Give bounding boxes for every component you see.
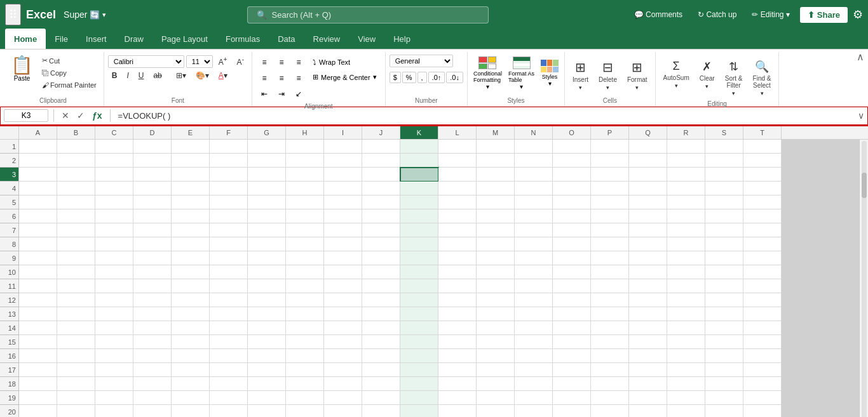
cell-G1[interactable] [248, 140, 286, 154]
cell-Q4[interactable] [629, 182, 667, 195]
cell-E19[interactable] [172, 391, 210, 405]
text-direction-button[interactable]: ↙ [290, 86, 307, 102]
cell-M13[interactable] [477, 307, 515, 321]
cell-A4[interactable] [19, 182, 57, 195]
cell-E16[interactable] [172, 349, 210, 363]
cell-C3[interactable] [95, 168, 133, 182]
cell-B8[interactable] [57, 237, 95, 251]
decrease-indent-button[interactable]: ⇤ [256, 86, 273, 102]
cell-P8[interactable] [591, 237, 629, 251]
col-header-k[interactable]: K [400, 126, 438, 139]
v-scroll-thumb[interactable] [862, 173, 867, 198]
cell-D16[interactable] [133, 349, 172, 363]
cell-B13[interactable] [57, 307, 95, 321]
cell-B1[interactable] [57, 140, 95, 154]
cell-H16[interactable] [286, 349, 324, 363]
cell-C8[interactable] [95, 237, 133, 251]
cell-M11[interactable] [477, 279, 515, 293]
cell-A18[interactable] [19, 377, 57, 391]
cell-Q15[interactable] [629, 335, 667, 349]
cell-Q20[interactable] [629, 405, 667, 417]
cell-E17[interactable] [172, 363, 210, 377]
cell-K10[interactable] [400, 265, 438, 279]
cell-B20[interactable] [57, 405, 95, 417]
formula-expand-button[interactable]: ∨ [858, 110, 864, 121]
cell-J9[interactable] [362, 251, 400, 265]
cell-I2[interactable] [324, 154, 362, 168]
col-header-o[interactable]: O [553, 126, 591, 139]
number-format-select[interactable]: General [390, 55, 453, 67]
cell-P6[interactable] [591, 209, 629, 223]
cell-I19[interactable] [324, 391, 362, 405]
cell-F11[interactable] [210, 279, 248, 293]
cell-P1[interactable] [591, 140, 629, 154]
cell-I14[interactable] [324, 321, 362, 335]
cell-P14[interactable] [591, 321, 629, 335]
align-middle-left-button[interactable]: ≡ [256, 70, 273, 86]
cell-A15[interactable] [19, 335, 57, 349]
cell-L13[interactable] [438, 307, 477, 321]
catch-up-button[interactable]: ↻ Catch up [693, 8, 742, 22]
cell-O19[interactable] [553, 391, 591, 405]
cell-B17[interactable] [57, 363, 95, 377]
cell-T16[interactable] [743, 349, 782, 363]
cell-J1[interactable] [362, 140, 400, 154]
decrease-decimal-button[interactable]: .0↓ [446, 72, 463, 83]
cell-T20[interactable] [743, 405, 782, 417]
cell-A1[interactable] [19, 140, 57, 154]
cell-I12[interactable] [324, 293, 362, 307]
cell-P11[interactable] [591, 279, 629, 293]
cell-C6[interactable] [95, 209, 133, 223]
cell-L7[interactable] [438, 223, 477, 237]
cell-A12[interactable] [19, 293, 57, 307]
cell-H15[interactable] [286, 335, 324, 349]
cell-P4[interactable] [591, 182, 629, 195]
cell-N12[interactable] [515, 293, 553, 307]
cell-K17[interactable] [400, 363, 438, 377]
conditional-formatting-button[interactable]: ConditionalFormatting ▾ [471, 55, 504, 92]
settings-icon[interactable]: ⚙ [853, 8, 863, 22]
cell-S20[interactable] [705, 405, 743, 417]
cell-R12[interactable] [667, 293, 705, 307]
cell-K13[interactable] [400, 307, 438, 321]
cell-C13[interactable] [95, 307, 133, 321]
cell-J15[interactable] [362, 335, 400, 349]
cell-F20[interactable] [210, 405, 248, 417]
increase-indent-button[interactable]: ⇥ [273, 86, 290, 102]
row-header-8[interactable]: 8 [0, 237, 19, 251]
cell-G16[interactable] [248, 349, 286, 363]
cell-T13[interactable] [743, 307, 782, 321]
cell-K5[interactable] [400, 195, 438, 209]
cell-G13[interactable] [248, 307, 286, 321]
cell-R20[interactable] [667, 405, 705, 417]
cell-I15[interactable] [324, 335, 362, 349]
cell-Q5[interactable] [629, 195, 667, 209]
merge-center-button[interactable]: ⊞ Merge & Center ▾ [308, 70, 381, 84]
row-header-15[interactable]: 15 [0, 335, 19, 349]
cell-L14[interactable] [438, 321, 477, 335]
increase-decimal-button[interactable]: .0↑ [428, 72, 445, 83]
cell-M17[interactable] [477, 363, 515, 377]
cell-I18[interactable] [324, 377, 362, 391]
row-header-11[interactable]: 11 [0, 279, 19, 293]
cell-I13[interactable] [324, 307, 362, 321]
cell-C14[interactable] [95, 321, 133, 335]
cell-O16[interactable] [553, 349, 591, 363]
cell-S16[interactable] [705, 349, 743, 363]
cell-S3[interactable] [705, 168, 743, 182]
cell-C7[interactable] [95, 223, 133, 237]
strikethrough-button[interactable]: ab [149, 70, 165, 81]
cell-A20[interactable] [19, 405, 57, 417]
cell-Q3[interactable] [629, 168, 667, 182]
cell-C5[interactable] [95, 195, 133, 209]
cell-A14[interactable] [19, 321, 57, 335]
row-header-18[interactable]: 18 [0, 377, 19, 391]
col-header-l[interactable]: L [438, 126, 477, 139]
tab-draw[interactable]: Draw [116, 29, 153, 49]
cell-O11[interactable] [553, 279, 591, 293]
cell-T14[interactable] [743, 321, 782, 335]
cell-E2[interactable] [172, 154, 210, 168]
cell-G9[interactable] [248, 251, 286, 265]
cell-K6[interactable] [400, 209, 438, 223]
percent-button[interactable]: % [402, 72, 416, 83]
